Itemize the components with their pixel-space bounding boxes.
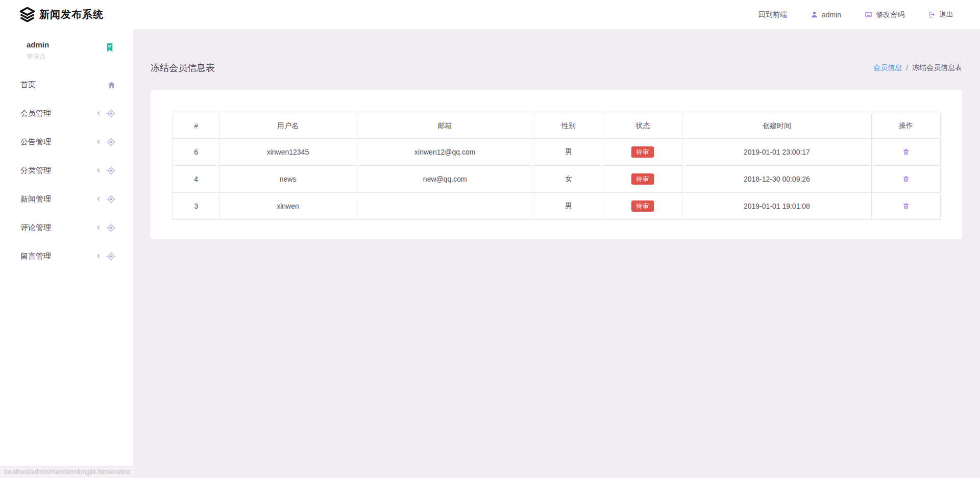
username-label: admin <box>822 11 841 19</box>
sidebar-item-announcements[interactable]: 公告管理 <box>0 128 133 156</box>
sidebar-item-label: 公告管理 <box>20 137 51 147</box>
brand-title: 新闻发布系统 <box>39 8 104 21</box>
sidebar-item-categories[interactable]: 分类管理 <box>0 156 133 185</box>
breadcrumb-separator: / <box>906 64 908 72</box>
target-icon <box>106 137 116 147</box>
logout-label: 退出 <box>939 10 953 19</box>
sidebar-item-messages[interactable]: 留言管理 <box>0 242 133 270</box>
table-row: 4 news new@qq.com 女 待审 2018-12-30 00:09:… <box>173 166 941 193</box>
col-header-index: # <box>173 113 220 139</box>
table-card: # 用户名 邮箱 性别 状态 创建时间 操作 6 xinwen12345 xin… <box>151 90 962 239</box>
cell-email: xinwen12@qq.com <box>356 139 534 166</box>
trash-icon <box>902 148 910 156</box>
cell-created: 2019-01-01 19:01:08 <box>682 193 871 220</box>
sidebar-item-label: 新闻管理 <box>20 194 51 204</box>
target-icon <box>106 166 116 175</box>
brand[interactable]: 新闻发布系统 <box>0 6 104 23</box>
back-to-frontend-link[interactable]: 回到前端 <box>758 10 787 19</box>
col-header-created: 创建时间 <box>682 113 871 139</box>
cell-username: news <box>220 166 356 193</box>
sidebar-menu: 首页 会员管理 <box>0 70 133 270</box>
cell-gender: 男 <box>534 193 603 220</box>
page-head: 冻结会员信息表 会员信息 / 冻结会员信息表 <box>151 29 962 74</box>
sidebar-user-role: 管理员 <box>27 53 115 61</box>
cell-id: 3 <box>173 193 220 220</box>
change-password-label: 修改密码 <box>876 10 904 19</box>
sidebar-item-comments[interactable]: 评论管理 <box>0 213 133 242</box>
col-header-email: 邮箱 <box>356 113 534 139</box>
user-icon <box>811 11 818 18</box>
target-icon <box>106 109 116 118</box>
sidebar-user-name: admin <box>27 40 115 49</box>
cell-email: new@qq.com <box>356 166 534 193</box>
password-card-icon <box>865 11 872 18</box>
col-header-status: 状态 <box>603 113 682 139</box>
trash-icon <box>902 175 910 183</box>
chevron-left-icon <box>95 139 102 145</box>
cell-actions <box>871 193 940 220</box>
breadcrumb-current: 冻结会员信息表 <box>912 63 962 72</box>
target-icon <box>106 194 116 204</box>
breadcrumb-link-members[interactable]: 会员信息 <box>873 63 902 72</box>
topbar: 新闻发布系统 回到前端 admin 修改密码 <box>0 0 980 29</box>
back-to-frontend-label: 回到前端 <box>758 10 787 19</box>
sidebar: admin 管理员 首页 会员管理 <box>0 29 133 478</box>
sidebar-user-block: admin 管理员 <box>0 29 133 69</box>
sidebar-item-label: 留言管理 <box>20 251 51 261</box>
delete-button[interactable] <box>899 173 913 185</box>
cell-id: 6 <box>173 139 220 166</box>
status-badge: 待审 <box>631 146 654 158</box>
link-preview-statusbar: localhost/admin/member/dongjie.html#noti… <box>0 466 136 478</box>
delete-button[interactable] <box>899 200 913 212</box>
col-header-actions: 操作 <box>871 113 940 139</box>
trash-icon <box>902 203 910 210</box>
cell-actions <box>871 139 940 166</box>
status-badge: 待审 <box>631 173 654 185</box>
col-header-gender: 性别 <box>534 113 603 139</box>
table-header-row: # 用户名 邮箱 性别 状态 创建时间 操作 <box>173 113 941 139</box>
sidebar-item-label: 分类管理 <box>20 166 51 175</box>
sidebar-item-label: 评论管理 <box>20 223 51 233</box>
chevron-left-icon <box>95 110 102 116</box>
target-icon <box>106 223 116 233</box>
col-header-username: 用户名 <box>220 113 356 139</box>
home-icon <box>107 81 116 89</box>
cell-created: 2018-12-30 00:09:26 <box>682 166 871 193</box>
cell-email <box>356 193 534 220</box>
certificate-check-icon <box>106 43 114 53</box>
logout-link[interactable]: 退出 <box>928 10 953 19</box>
chevron-left-icon <box>95 224 102 231</box>
cell-status: 待审 <box>603 139 682 166</box>
delete-button[interactable] <box>899 146 913 158</box>
status-badge: 待审 <box>631 200 654 212</box>
target-icon <box>106 251 116 261</box>
main-content: 冻结会员信息表 会员信息 / 冻结会员信息表 # 用户名 邮箱 性别 状态 创建… <box>133 29 980 478</box>
breadcrumb: 会员信息 / 冻结会员信息表 <box>873 63 962 72</box>
sidebar-item-home[interactable]: 首页 <box>0 70 133 99</box>
cell-gender: 男 <box>534 139 603 166</box>
cell-username: xinwen <box>220 193 356 220</box>
cell-actions <box>871 166 940 193</box>
cell-status: 待审 <box>603 193 682 220</box>
chevron-left-icon <box>95 167 102 173</box>
cell-gender: 女 <box>534 166 603 193</box>
cell-id: 4 <box>173 166 220 193</box>
chevron-left-icon <box>95 196 102 202</box>
sidebar-item-label: 首页 <box>20 80 36 90</box>
layers-logo-icon <box>19 6 36 23</box>
table-row: 3 xinwen 男 待审 2019-01-01 19:01:08 <box>173 193 941 220</box>
sidebar-item-members[interactable]: 会员管理 <box>0 99 133 128</box>
cell-username: xinwen12345 <box>220 139 356 166</box>
chevron-left-icon <box>95 253 102 259</box>
cell-created: 2019-01-01 23:00:17 <box>682 139 871 166</box>
logout-icon <box>928 11 936 18</box>
frozen-members-table: # 用户名 邮箱 性别 状态 创建时间 操作 6 xinwen12345 xin… <box>172 113 941 220</box>
change-password-link[interactable]: 修改密码 <box>865 10 904 19</box>
sidebar-item-label: 会员管理 <box>20 109 51 118</box>
topnav: 回到前端 admin 修改密码 <box>758 10 980 19</box>
page-title: 冻结会员信息表 <box>151 62 215 74</box>
user-menu[interactable]: admin <box>811 11 841 19</box>
sidebar-item-news[interactable]: 新闻管理 <box>0 185 133 213</box>
cell-status: 待审 <box>603 166 682 193</box>
table-row: 6 xinwen12345 xinwen12@qq.com 男 待审 2019-… <box>173 139 941 166</box>
